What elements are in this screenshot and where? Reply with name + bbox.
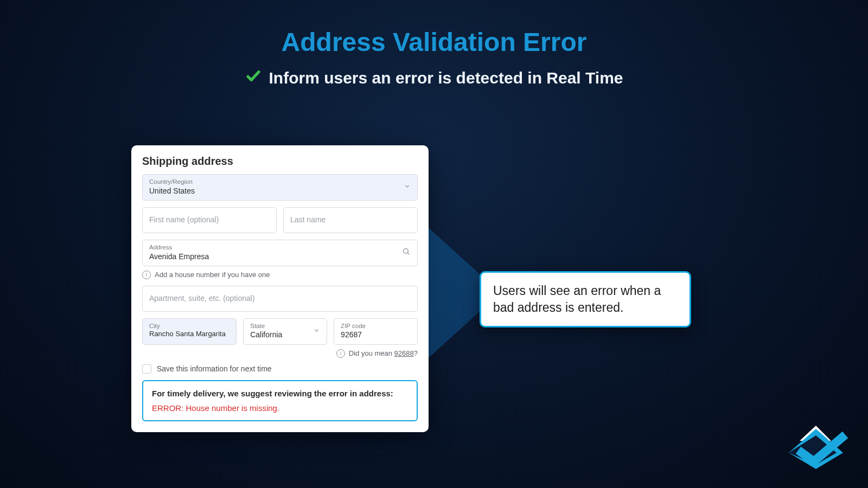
callout-text: Users will see an error when a bad addre… — [493, 284, 661, 314]
city-value: Rancho Santa Margarita — [149, 330, 229, 339]
state-value: California — [250, 330, 320, 339]
first-name-placeholder: First name (optional) — [149, 211, 270, 228]
zip-field[interactable]: ZIP code 92687 — [334, 318, 418, 345]
chevron-down-icon — [404, 182, 411, 192]
background-skyline — [0, 152, 868, 488]
address-field[interactable]: Address Avenida Empresa — [142, 240, 418, 266]
state-label: State — [250, 323, 320, 330]
country-select[interactable]: Country/Region United States — [142, 174, 418, 201]
form-heading: Shipping address — [142, 155, 418, 168]
callout-box: Users will see an error when a bad addre… — [480, 271, 691, 328]
error-panel: For timely delivery, we suggest reviewin… — [142, 380, 418, 421]
zip-hint-text: Did you mean 92688? — [349, 349, 418, 357]
save-info-row[interactable]: Save this information for next time — [142, 364, 418, 374]
svg-point-0 — [404, 249, 409, 254]
check-icon — [245, 68, 261, 88]
page-title: Address Validation Error — [0, 27, 868, 57]
country-label: Country/Region — [149, 178, 411, 186]
brand-logo — [778, 419, 848, 473]
state-select[interactable]: State California — [243, 318, 327, 345]
error-message: ERROR: House number is missing. — [152, 403, 408, 413]
shipping-form-card: Shipping address Country/Region United S… — [131, 145, 429, 432]
subtitle-row: Inform users an error is detected in Rea… — [0, 68, 868, 88]
city-label: City — [149, 323, 229, 330]
country-value: United States — [149, 186, 411, 196]
city-field[interactable]: City Rancho Santa Margarita — [142, 318, 237, 345]
first-name-field[interactable]: First name (optional) — [142, 207, 277, 233]
address-hint-text: Add a house number if you have one — [155, 271, 270, 279]
zip-suggestion-link[interactable]: 92688 — [394, 349, 414, 357]
info-icon: i — [142, 271, 151, 279]
apartment-field[interactable]: Apartment, suite, etc. (optional) — [142, 286, 418, 312]
last-name-field[interactable]: Last name — [283, 207, 418, 233]
last-name-placeholder: Last name — [290, 211, 411, 228]
zip-value: 92687 — [341, 330, 411, 339]
address-hint: i Add a house number if you have one — [142, 271, 418, 279]
chevron-down-icon — [313, 326, 320, 336]
info-icon: i — [336, 349, 345, 358]
search-icon — [402, 247, 411, 258]
error-lead: For timely delivery, we suggest reviewin… — [152, 389, 408, 398]
zip-hint: i Did you mean 92688? — [142, 349, 418, 358]
zip-label: ZIP code — [341, 323, 411, 330]
address-value: Avenida Empresa — [149, 252, 411, 261]
svg-line-1 — [407, 253, 409, 254]
subtitle-text: Inform users an error is detected in Rea… — [269, 69, 623, 87]
apartment-placeholder: Apartment, suite, etc. (optional) — [149, 290, 411, 307]
save-info-label: Save this information for next time — [157, 364, 272, 373]
save-info-checkbox[interactable] — [142, 364, 151, 374]
address-label: Address — [149, 244, 411, 252]
